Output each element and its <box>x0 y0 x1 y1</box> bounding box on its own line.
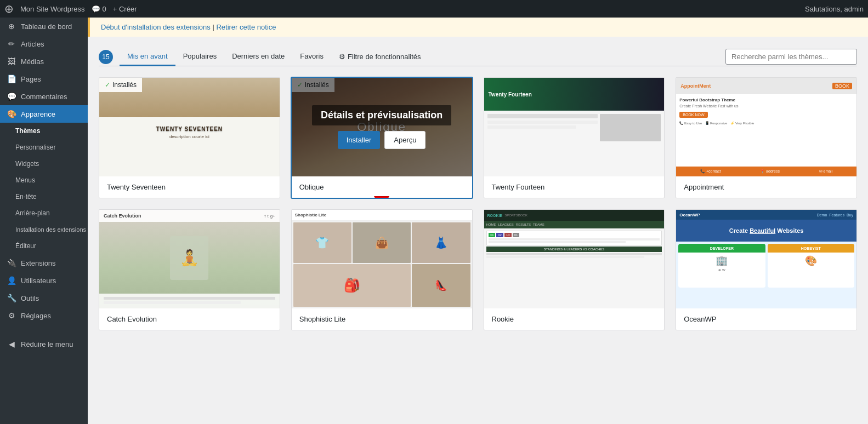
theme-name-twenty-fourteen: Twenty Fourteen <box>484 176 665 198</box>
theme-thumbnail-shophistic-lite: Shophistic Lite 👕 👜 👗 <box>292 210 472 308</box>
theme-name-catch-evolution: Catch Evolution <box>99 308 280 330</box>
sidebar-item-installation-extensions[interactable]: Installation des extensions <box>0 221 88 238</box>
arrow-indicator <box>373 195 390 198</box>
tabs-search-container <box>725 49 857 65</box>
notice-bar: Début d'installation des extensions | Re… <box>88 18 868 37</box>
theme-thumbnail-oceanwp: OceanWP Demo Features Buy Create Beautif… <box>676 210 856 308</box>
pages-icon: 📄 <box>7 75 16 83</box>
topbar-greeting: Salutations, admin <box>805 5 864 13</box>
notice-link-installation[interactable]: Début d'installation des extensions <box>101 23 211 31</box>
theme-name-oceanwp: OceanWP <box>676 308 856 330</box>
tab-mis-en-avant[interactable]: Mis en avant <box>120 48 175 66</box>
sidebar-item-articles[interactable]: ✏ Articles <box>0 35 88 53</box>
theme-name-rookie: Rookie <box>484 308 665 330</box>
articles-icon: ✏ <box>7 39 16 48</box>
theme-thumbnail-catch-evolution: Catch Evolution f t g+ 🧘 <box>99 210 280 308</box>
theme-card-twenty-fourteen[interactable]: Twenty Fourteen <box>484 77 665 198</box>
apparence-icon: 🎨 <box>7 110 16 118</box>
reduire-icon: ◀ <box>7 340 16 348</box>
sidebar-item-widgets[interactable]: Widgets <box>0 156 88 172</box>
sidebar-item-pages[interactable]: 📄 Pages <box>0 70 88 88</box>
topbar-left: ⊕ Mon Site Wordpress 💬 0 + Créer <box>4 2 137 15</box>
sidebar-item-arriere-plan[interactable]: Arrière-plan <box>0 205 88 221</box>
sidebar-item-editeur[interactable]: Éditeur <box>0 238 88 254</box>
wp-logo-icon[interactable]: ⊕ <box>4 2 14 15</box>
theme-card-rookie[interactable]: ROOKIE SPORTSBOOK HOME LEAGUES RESULTS T… <box>484 209 665 330</box>
sidebar: ⊕ Tableau de bord ✏ Articles 🖼 Médias 📄 … <box>0 18 88 424</box>
theme-card-shophistic-lite[interactable]: Shophistic Lite 👕 👜 👗 <box>291 209 473 330</box>
layout: ⊕ Tableau de bord ✏ Articles 🖼 Médias 📄 … <box>0 18 868 424</box>
reglages-icon: ⚙ <box>7 311 16 320</box>
outils-icon: 🔧 <box>7 294 16 302</box>
overlay-title: Détails et prévisualisation <box>312 105 451 125</box>
sidebar-item-outils[interactable]: 🔧 Outils <box>0 289 88 307</box>
theme-card-oblique[interactable]: ✓ Installés Oblique Détails et prévisual… <box>291 77 473 198</box>
tab-favoris[interactable]: Favoris <box>292 48 331 66</box>
tab-populaires[interactable]: Populaires <box>175 48 224 66</box>
sidebar-submenu-apparence: Thèmes Personnaliser Widgets Menus En-tê… <box>0 123 88 254</box>
sidebar-item-reduire[interactable]: ◀ Réduire le menu <box>0 335 88 353</box>
sidebar-item-utilisateurs[interactable]: 👤 Utilisateurs <box>0 272 88 289</box>
sidebar-item-menus[interactable]: Menus <box>0 172 88 188</box>
tabs-bar: 15 Mis en avant Populaires Derniers en d… <box>99 48 857 66</box>
svg-marker-1 <box>375 197 388 198</box>
sidebar-item-extensions[interactable]: 🔌 Extensions <box>0 254 88 272</box>
check-icon: ✓ <box>105 81 110 89</box>
theme-grid: ✓ Installés TWENTY SEVENTEEN description… <box>99 77 857 330</box>
preview-button-oblique[interactable]: Aperçu <box>384 131 426 149</box>
theme-card-twenty-seventeen[interactable]: ✓ Installés TWENTY SEVENTEEN description… <box>99 77 280 198</box>
gear-icon: ⚙ <box>339 53 345 61</box>
theme-name-shophistic-lite: Shophistic Lite <box>292 308 472 330</box>
overlay-buttons: Installer Aperçu <box>338 131 426 149</box>
search-input[interactable] <box>725 49 857 65</box>
theme-name-twenty-seventeen: Twenty Seventeen <box>99 176 280 198</box>
tab-count-badge: 15 <box>99 50 113 64</box>
theme-name-appointment: Appointment <box>676 176 856 198</box>
theme-thumbnail-appointment: AppointMent BOOK Powerful Bootstrap Them… <box>676 78 856 176</box>
theme-thumbnail-twenty-fourteen: Twenty Fourteen <box>484 78 665 176</box>
utilisateurs-icon: 👤 <box>7 276 16 285</box>
comment-icon: 💬 <box>92 5 100 13</box>
sidebar-item-commentaires[interactable]: 💬 Commentaires <box>0 88 88 105</box>
commentaires-icon: 💬 <box>7 92 16 101</box>
medias-icon: 🖼 <box>7 57 16 66</box>
sidebar-item-reglages[interactable]: ⚙ Réglages <box>0 307 88 324</box>
sidebar-item-en-tete[interactable]: En-tête <box>0 188 88 205</box>
tab-derniers-en-date[interactable]: Derniers en date <box>224 48 292 66</box>
theme-card-oceanwp[interactable]: OceanWP Demo Features Buy Create Beautif… <box>676 209 857 330</box>
dashboard-icon: ⊕ <box>7 22 16 31</box>
topbar-comments[interactable]: 💬 0 <box>92 5 106 13</box>
extensions-icon: 🔌 <box>7 259 16 267</box>
topbar-site-name[interactable]: Mon Site Wordpress <box>20 5 85 13</box>
notice-link-retirer[interactable]: Retirer cette notice <box>216 23 276 31</box>
tab-filtres[interactable]: ⚙ Filtre de fonctionnalités <box>331 48 429 65</box>
sidebar-item-medias[interactable]: 🖼 Médias <box>0 53 88 70</box>
topbar: ⊕ Mon Site Wordpress 💬 0 + Créer Salutat… <box>0 0 868 18</box>
theme-thumbnail-twenty-seventeen: TWENTY SEVENTEEN description courte ici <box>99 78 280 176</box>
theme-card-catch-evolution[interactable]: Catch Evolution f t g+ 🧘 <box>99 209 280 330</box>
installed-badge: ✓ Installés <box>99 78 142 92</box>
install-button-oblique[interactable]: Installer <box>338 131 381 149</box>
sidebar-item-dashboard[interactable]: ⊕ Tableau de bord <box>0 18 88 35</box>
theme-card-appointment[interactable]: AppointMent BOOK Powerful Bootstrap Them… <box>676 77 857 198</box>
sidebar-item-themes[interactable]: Thèmes <box>0 123 88 139</box>
sidebar-item-personnaliser[interactable]: Personnaliser <box>0 139 88 156</box>
theme-hover-overlay: Détails et prévisualisation Installer Ap… <box>292 78 472 176</box>
theme-thumbnail-rookie: ROOKIE SPORTSBOOK HOME LEAGUES RESULTS T… <box>484 210 665 308</box>
topbar-create[interactable]: + Créer <box>113 5 137 13</box>
sidebar-item-apparence[interactable]: 🎨 Apparence <box>0 105 88 123</box>
theme-thumbnail-oblique: Oblique Détails et prévisualisation Inst… <box>292 78 472 176</box>
content-area: 15 Mis en avant Populaires Derniers en d… <box>88 37 868 341</box>
main-content: Début d'installation des extensions | Re… <box>88 18 868 424</box>
